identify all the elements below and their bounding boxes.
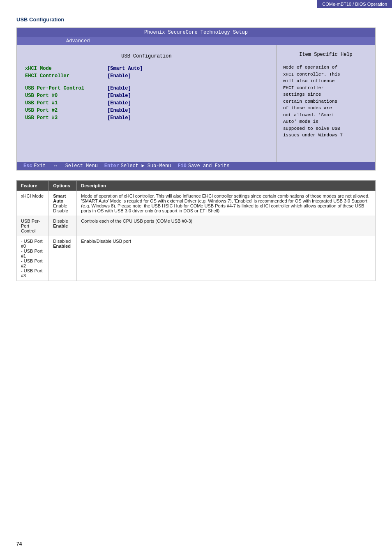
bios-value-port2: [Enable]	[107, 108, 131, 113]
table-row: USB Per-Port Control Disable Enable Cont…	[17, 216, 376, 236]
description-cell: Mode of operation of xHCI controller. Th…	[77, 191, 376, 216]
bios-help-text: Mode of operation of xHCI controller. Th…	[283, 64, 369, 139]
bios-title-bar: Phoenix SecureCore Technology Setup	[17, 28, 375, 37]
bios-label-port2: USB Port #2	[25, 108, 107, 113]
bios-row-port1: USB Port #1 [Enable]	[25, 100, 268, 106]
bios-right-header: Item Specific Help	[283, 50, 369, 59]
options-cell: Smart Auto Enable Disable	[49, 191, 77, 216]
feature-table: Feature Options Description xHCI Mode Sm…	[16, 180, 376, 281]
bios-title-text: Phoenix SecureCore Technology Setup	[144, 30, 248, 35]
bios-nav-bar: Advanced	[17, 37, 375, 45]
feature-cell: xHCI Mode	[17, 191, 49, 216]
bios-desc-esc: Exit	[34, 163, 46, 169]
bios-bottom-select-menu: Select Menu	[65, 163, 98, 169]
feature-cell: - USB Port #0- USB Port #1- USB Port #2-…	[17, 236, 49, 281]
bios-bottom-f10: F10 Save and Exits	[178, 163, 229, 169]
table-row: xHCI Mode Smart Auto Enable Disable Mode…	[17, 191, 376, 216]
bios-row-port0: USB Port #0 [Enable]	[25, 93, 268, 99]
bios-desc-select-menu: Select Menu	[65, 163, 98, 169]
bios-label-perport: USB Per-Port Control	[25, 85, 107, 91]
bios-key-f10: F10	[178, 163, 187, 169]
bios-value-perport: [Enable]	[107, 85, 131, 91]
bios-screenshot: Phoenix SecureCore Technology Setup Adva…	[16, 28, 376, 170]
bios-desc-enter: Select ► Sub-Menu	[121, 163, 171, 169]
page-number: 74	[16, 541, 22, 547]
bios-row-ehci: EHCI Controller [Enable]	[25, 73, 268, 79]
options-cell: Disabled Enabled	[49, 236, 77, 281]
feature-cell: USB Per-Port Control	[17, 216, 49, 236]
bios-key-esc: Esc	[23, 163, 32, 169]
bios-bottom-esc: Esc Exit	[23, 163, 46, 169]
description-cell: Enable/Disable USB port	[77, 236, 376, 281]
bios-label-ehci: EHCI Controller	[25, 73, 107, 79]
bios-label-port3: USB Port #3	[25, 115, 107, 121]
bios-content: USB Configuration xHCI Mode [Smart Auto]…	[17, 45, 375, 162]
bios-row-port3: USB Port #3 [Enable]	[25, 115, 268, 121]
bios-label-port0: USB Port #0	[25, 93, 107, 99]
table-row: - USB Port #0- USB Port #1- USB Port #2-…	[17, 236, 376, 281]
col-header-feature: Feature	[17, 181, 49, 191]
bios-left-panel: USB Configuration xHCI Mode [Smart Auto]…	[17, 45, 277, 162]
col-header-options: Options	[49, 181, 77, 191]
bios-value-port3: [Enable]	[107, 115, 131, 121]
bios-row-xhci: xHCI Mode [Smart Auto]	[25, 66, 268, 71]
section-title: USB Configuration	[16, 16, 376, 23]
bios-nav-label: Advanced	[66, 38, 90, 44]
bios-value-port0: [Enable]	[107, 93, 131, 99]
bios-key-enter: Enter	[104, 163, 119, 169]
bios-desc-f10: Save and Exits	[188, 163, 230, 169]
description-cell: Controls each of the CPU USB ports (COMe…	[77, 216, 376, 236]
bios-value-ehci: [Enable]	[107, 73, 131, 79]
bios-value-xhci: [Smart Auto]	[107, 66, 143, 71]
bios-bottom-enter: Enter Select ► Sub-Menu	[104, 163, 171, 169]
page-header-text: COMe-mBT10 / BIOS Operation	[322, 2, 387, 7]
bios-row-perport: USB Per-Port Control [Enable]	[25, 85, 268, 91]
bios-row-port2: USB Port #2 [Enable]	[25, 108, 268, 113]
bios-right-panel: Item Specific Help Mode of operation of …	[277, 45, 375, 162]
bios-bottom-bar: Esc Exit ↔ Select Menu Enter Select ► Su…	[17, 162, 375, 170]
bios-left-header: USB Configuration	[25, 52, 268, 61]
options-cell: Disable Enable	[49, 216, 77, 236]
bios-label-xhci: xHCI Mode	[25, 66, 107, 71]
col-header-description: Description	[77, 181, 376, 191]
page-header: COMe-mBT10 / BIOS Operation	[317, 0, 392, 8]
bios-value-port1: [Enable]	[107, 100, 131, 106]
bios-label-port1: USB Port #1	[25, 100, 107, 106]
